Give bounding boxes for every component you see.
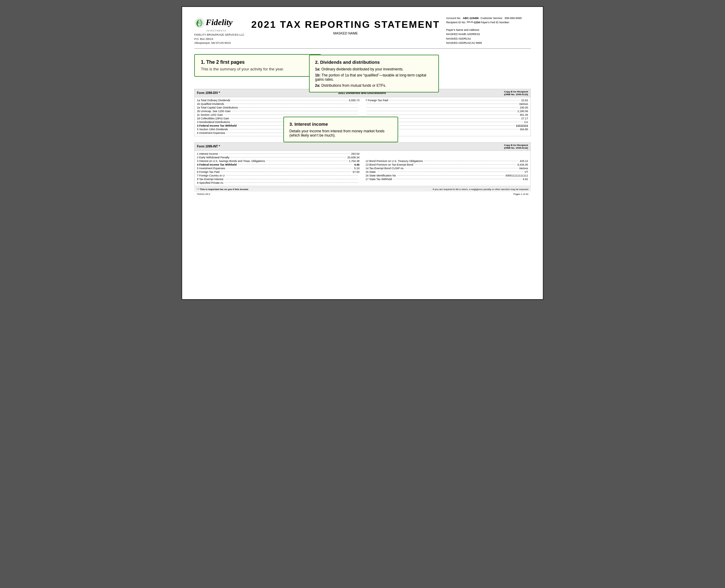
int-17-value: 4.91 <box>523 178 528 181</box>
company-info: Fi Fidelity INVESTMENTS FIDELITY BROKERA… <box>194 16 245 45</box>
fidelity-wordmark: Fidelity <box>206 16 245 27</box>
int-1-right <box>365 152 528 155</box>
account-label: Account No. <box>446 16 461 20</box>
int-9-left: 9 Specified Private Ac <box>197 181 360 184</box>
customer-service-value: 999-999-9999 <box>505 16 522 20</box>
footer-important-text: * * This is important tax on you if this… <box>197 188 248 191</box>
int-6-value: 57.00 <box>353 170 360 173</box>
div-row-2b: 2b Unrecap. See 1250 Gain 2,180.56 <box>197 109 528 113</box>
annotation-2-1b-bold: 1b: <box>315 73 321 77</box>
form-1099-div-name: Form 1099-DIV * <box>197 91 220 94</box>
annotation-2-line1: 1a: Ordinary dividends distributed by yo… <box>315 67 433 71</box>
div-1b-r-value: Various <box>519 102 528 105</box>
int-2-right <box>365 155 528 159</box>
city-state: Albuquerque, NM 87125-8019 <box>194 41 244 45</box>
int-row-8: 8 Tax-Exempt Interest 17 State Tax Withh… <box>197 177 528 181</box>
customer-service-label: Customer Service: <box>481 16 503 20</box>
int-4-left: 4 Federal Income Tax Withheld 4.46 <box>197 163 360 166</box>
int-3-value: 1,704.38 <box>349 160 360 163</box>
div-7-label: 7 Foreign Tax Paid <box>365 99 388 102</box>
int-5-left: 5 Investment Expenses 5.19 <box>197 167 360 170</box>
main-title: 2021 TAX REPORTING STATEMENT <box>251 19 440 30</box>
int-2-value: 20,938.34 <box>347 156 360 159</box>
account-info: Account No. ABC-123456 Customer Service:… <box>446 16 531 45</box>
int-1-value: 263.54 <box>351 152 360 155</box>
div-1a-value: 6,555.73 <box>349 99 360 102</box>
int-3-left: 3 Interest on U.S. Savings Bonds and Tre… <box>197 160 360 163</box>
int-14-leader <box>405 168 518 168</box>
fidelity-logo: Fi Fidelity <box>194 16 245 29</box>
int-8-leader <box>225 179 358 179</box>
payer-addr1: MASKED ADDRLN1 <box>446 37 531 41</box>
div-2a-right: 230.00 <box>365 106 528 109</box>
form-1099-int-copy: Copy B for Recipient(OMB No. 1545-0112) <box>504 144 528 149</box>
footer-important-bold: * This is important tax on you if this i… <box>198 188 248 191</box>
div-1a-left: 1a Total Ordinary Dividends 6,555.73 <box>197 99 360 102</box>
div-6-label: 6 Investment Expenses <box>197 131 225 134</box>
int-8-right: 17 State Tax Withheld 4.91 <box>365 178 528 181</box>
form-1099-int-name: Form 1099-INT * <box>197 145 220 148</box>
int-4-leader <box>238 164 353 165</box>
div-2b-left: 2b Unrecap. See 1250 Gain <box>197 110 360 113</box>
footer-penalty-text: . If you are required to file a return, … <box>431 188 528 191</box>
recipient-value: ***-**-1234 <box>467 21 480 24</box>
int-2-leader <box>231 157 346 158</box>
annotation-1-text: This is the summary of your activity for… <box>201 67 315 71</box>
int-7-right: 16 State Identification No 4300111111111… <box>365 174 528 177</box>
annotation-2-1b-text: The portion of 1a that are “qualified”—t… <box>315 73 426 82</box>
company-name-line: FIDELITY BROKERAGE SERVICES LLC <box>194 33 244 37</box>
annotation-3-title: 3. Interest income <box>290 122 392 127</box>
int-5-leader <box>227 168 353 168</box>
int-2-label: 2 Early Withdrawal Penalty <box>197 156 230 159</box>
payer-name: MASKED NAME ADDRESS <box>446 32 531 36</box>
div-row-1b: 1b Qualified Dividends Various <box>197 102 528 106</box>
div-5-r-value: 264.80 <box>519 128 528 131</box>
int-14-label: 14 Tax-Exempt Bond CUSIP no. <box>365 167 404 170</box>
div-2a-left: 2a Total Capital Gain Distributions <box>197 106 360 109</box>
int-12-label: 12 Bond Premium on U.S. Treasury Obligat… <box>365 160 423 163</box>
int-row-3: 3 Interest on U.S. Savings Bonds and Tre… <box>197 159 528 163</box>
div-row-1a: 1a Total Ordinary Dividends 6,555.73 7 F… <box>197 99 528 102</box>
annotation-3-text: Details your income from interest from m… <box>290 129 392 138</box>
payers-fed-label: Payer's Fed ID Number: <box>481 21 510 24</box>
div-1a-right: 7 Foreign Tax Paid 22.62 <box>365 99 528 102</box>
int-13-label: 13 Bond Premium on Tax-Exempt Bond <box>365 163 413 166</box>
int-6-right: 15 State VT <box>365 170 528 173</box>
div-2b-right: 2,180.56 <box>365 110 528 113</box>
div-4-label: 4 Federal Income Tax Withheld <box>197 124 237 127</box>
int-row-1: 1 Interest Income 263.54 <box>197 152 528 155</box>
int-row-2: 2 Early Withdrawal Penalty 20,938.34 <box>197 155 528 159</box>
div-2c-r-value: 451.26 <box>519 113 528 116</box>
div-2c-left: 2c Section 1202 Gain <box>197 113 360 116</box>
fidelity-icon: Fi <box>194 18 205 28</box>
svg-text:Fidelity: Fidelity <box>206 18 233 27</box>
int-1-label: 1 Interest Income <box>197 152 218 155</box>
annotation-2-title: 2. Dividends and distributions <box>315 60 433 65</box>
page-header: Fi Fidelity INVESTMENTS FIDELITY BROKERA… <box>194 16 531 45</box>
div-2c-right: 451.26 <box>365 113 528 116</box>
int-4-label: 4 Federal Income Tax Withheld <box>197 163 237 166</box>
div-2c-r-leader <box>367 114 518 115</box>
recipient-line: Recipient ID No. ***-**-1234 Payer's Fed… <box>446 20 531 24</box>
int-row-9: 9 Specified Private Ac <box>197 181 528 185</box>
div-1b-left: 1b Qualified Dividends <box>197 102 360 105</box>
int-9-label: 9 Specified Private Ac <box>197 181 223 184</box>
int-12-value: 433.12 <box>519 160 528 163</box>
title-block: 2021 TAX REPORTING STATEMENT MASKED NAME <box>251 16 440 45</box>
div-2b-r-value: 2,180.56 <box>517 110 528 113</box>
int-5-value: 5.19 <box>354 167 360 170</box>
div-2a-label: 2a Total Capital Gain Distributions <box>197 106 238 109</box>
div-2b-leader <box>232 111 358 111</box>
int-row-6: 6 Foreign Tax Paid 57.00 15 State VT <box>197 170 528 174</box>
masked-name: MASKED NAME <box>333 31 358 35</box>
int-1-leader <box>219 153 350 154</box>
int-15-leader <box>377 172 524 172</box>
int-8-left: 8 Tax-Exempt Interest <box>197 178 360 181</box>
div-1b-leader <box>225 104 358 104</box>
header-divider <box>194 48 531 49</box>
int-7-label: 7 Foreign Country or U <box>197 174 225 177</box>
annotation-box-1: 1. The 2 first pages This is the summary… <box>194 54 321 77</box>
int-4-right: 13 Bond Premium on Tax-Exempt Bond 6,434… <box>365 163 528 166</box>
annotation-2-2a-bold: 2a: <box>315 83 320 88</box>
div-5-label: 5 Section 199A Dividends <box>197 128 228 131</box>
